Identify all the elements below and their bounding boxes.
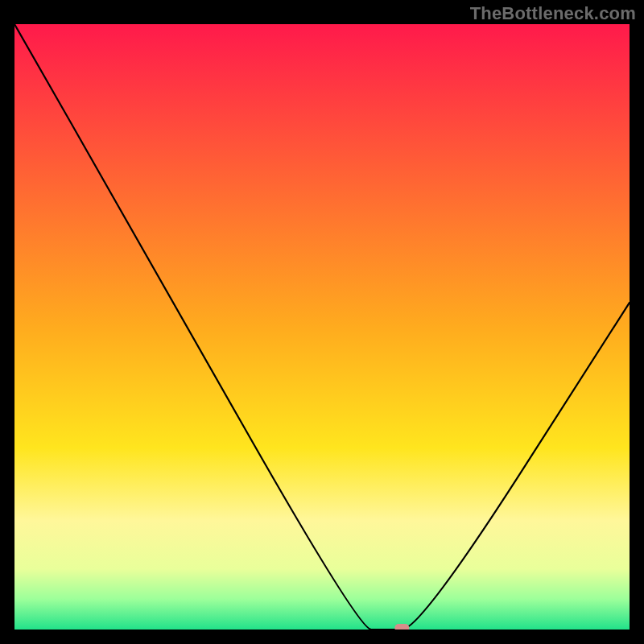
chart-frame: TheBottleneck.com (0, 0, 644, 644)
heatmap-background (14, 24, 630, 630)
plot-area (14, 24, 630, 630)
attribution-text: TheBottleneck.com (470, 3, 636, 24)
optimal-point-marker (394, 624, 409, 630)
chart-svg (14, 24, 630, 630)
